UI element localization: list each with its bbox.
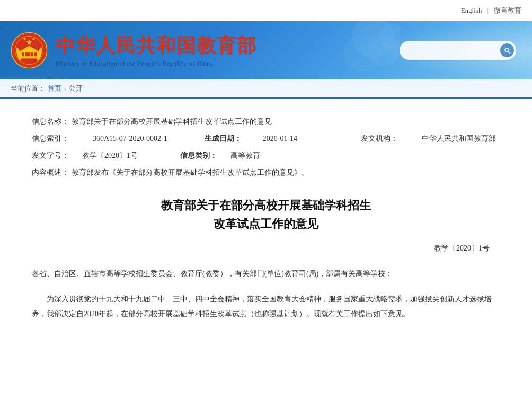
- breadcrumb-home[interactable]: 首页: [48, 84, 61, 93]
- svg-rect-4: [22, 52, 24, 56]
- site-sub-title: Ministry of Education of the People's Re…: [56, 60, 257, 68]
- svg-rect-3: [18, 57, 40, 59]
- site-main-title: 中华人民共和国教育部: [56, 33, 257, 59]
- org-label: 发文机构：: [361, 131, 401, 146]
- name-label: 信息名称：: [32, 114, 72, 129]
- info-row-index: 信息索引： 360A15-07-2020-0002-1 生成日期： 2020-0…: [32, 131, 500, 146]
- doc-title-line1: 教育部关于在部分高校开展基础学科招生: [32, 196, 500, 215]
- info-row-name: 信息名称： 教育部关于在部分高校开展基础学科招生改革试点工作的意见: [32, 114, 500, 129]
- header-title-block: 中华人民共和国教育部 Ministry of Education of the …: [56, 33, 257, 68]
- date-label: 生成日期：: [205, 131, 242, 146]
- document-recipients: 各省、自治区、直辖市高等学校招生委员会、教育厅(教委），有关部门(单位)教育司(…: [32, 266, 500, 281]
- info-metadata: 信息名称： 教育部关于在部分高校开展基础学科招生改革试点工作的意见 信息索引： …: [32, 114, 500, 180]
- type-value: 高等教育: [230, 148, 260, 163]
- breadcrumb-current: 公开: [69, 84, 83, 93]
- search-icon: [504, 47, 511, 54]
- top-bar: English | 微言教育: [0, 0, 532, 21]
- search-bar: [400, 41, 516, 60]
- summary-value: 教育部发布《关于在部分高校开展基础学科招生改革试点工作的意见》。: [72, 165, 500, 180]
- document-number: 教学〔2020〕1号: [32, 244, 500, 253]
- svg-line-16: [508, 51, 510, 54]
- date-value: 2020-01-14: [263, 131, 297, 146]
- info-row-docnum: 发文字号： 教学〔2020〕1号 信息类别： 高等教育: [32, 148, 500, 163]
- docnum-value: 教学〔2020〕1号: [82, 148, 138, 163]
- english-link[interactable]: English: [461, 6, 482, 15]
- summary-label: 内容概述：: [32, 165, 72, 180]
- svg-rect-6: [28, 52, 30, 56]
- docnum-label: 发文字号：: [32, 148, 72, 163]
- main-content: 信息名称： 教育部关于在部分高校开展基础学科招生改革试点工作的意见 信息索引： …: [0, 99, 532, 395]
- breadcrumb-prefix: 当前位置：: [11, 84, 45, 93]
- type-label: 信息类别：: [180, 148, 220, 163]
- index-label: 信息索引：: [32, 131, 72, 146]
- info-row-summary: 内容概述： 教育部发布《关于在部分高校开展基础学科招生改革试点工作的意见》。: [32, 165, 500, 180]
- name-value: 教育部关于在部分高校开展基础学科招生改革试点工作的意见: [72, 114, 500, 129]
- org-value: 中华人民共和国教育部: [422, 131, 496, 146]
- svg-rect-7: [31, 52, 33, 56]
- breadcrumb-arrow: ›: [64, 85, 66, 92]
- document-body: 为深入贯彻党的十九大和十九届二中、三中、四中全会精神，落实全国教育大会精神，服务…: [32, 292, 500, 322]
- wechat-link[interactable]: 微言教育: [494, 6, 521, 15]
- national-emblem: [11, 32, 48, 69]
- search-button[interactable]: [500, 43, 514, 57]
- breadcrumb-bar: 当前位置： 首页 › 公开: [0, 79, 532, 99]
- header: 中华人民共和国教育部 Ministry of Education of the …: [0, 21, 532, 79]
- index-value: 360A15-07-2020-0002-1: [93, 131, 167, 146]
- top-divider: |: [487, 6, 489, 15]
- document-title: 教育部关于在部分高校开展基础学科招生 改革试点工作的意见: [32, 196, 500, 233]
- svg-rect-8: [34, 52, 37, 56]
- search-input[interactable]: [406, 47, 500, 55]
- svg-rect-5: [25, 52, 28, 56]
- doc-title-line2: 改革试点工作的意见: [32, 215, 500, 233]
